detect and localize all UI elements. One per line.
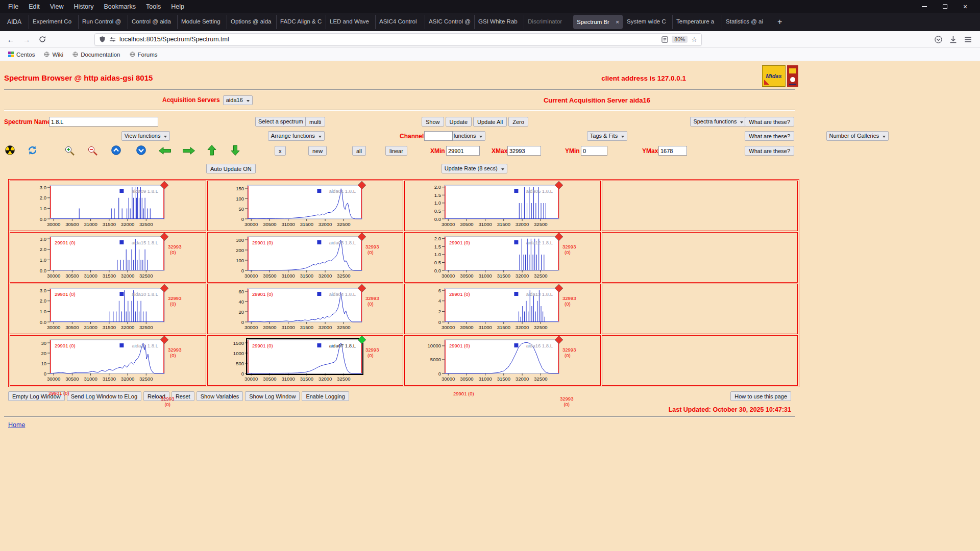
footer-reset-button[interactable]: Reset bbox=[172, 391, 194, 401]
minimize-button[interactable] bbox=[921, 3, 928, 10]
gallery-cell-2-0[interactable]: 0.01.02.03.03000030500310003150032000325… bbox=[10, 284, 206, 334]
spectrum-plot-aida09[interactable]: 0.01.02.03.03000030500310003150032000325… bbox=[11, 181, 183, 229]
footer-show-variables-button[interactable]: Show Variables bbox=[197, 391, 243, 401]
expand-galleries-icon[interactable] bbox=[111, 145, 121, 155]
gallery-cell-1-2[interactable]: 0.00.51.01.52.03000030500310003150032000… bbox=[404, 232, 601, 283]
gallery-cell-2-1[interactable]: 0204060300003050031000315003200032500aid… bbox=[207, 284, 404, 334]
tab-options-aida[interactable]: Options @ aida bbox=[227, 15, 276, 29]
arrange-functions-dropdown[interactable]: Arrange functions bbox=[268, 131, 325, 141]
tab-spectrum-br[interactable]: Spectrum Br× bbox=[573, 15, 623, 29]
arrow-up-icon[interactable] bbox=[207, 145, 216, 156]
footer-send-log-window-to-elog-button[interactable]: Send Log Window to ELog bbox=[67, 391, 141, 401]
update-all-button[interactable]: Update All bbox=[473, 117, 507, 127]
menu-help[interactable]: Help bbox=[166, 2, 189, 12]
x-button[interactable]: x bbox=[275, 146, 286, 156]
bookmark-star-icon[interactable]: ☆ bbox=[691, 36, 697, 43]
menu-tools[interactable]: Tools bbox=[141, 2, 166, 12]
menu-file[interactable]: File bbox=[3, 2, 23, 12]
spectrum-plot-aida16[interactable]: 0500010000300003050031000315003200032500… bbox=[406, 336, 577, 384]
menu-history[interactable]: History bbox=[69, 2, 99, 12]
gallery-cell-1-0[interactable]: 0.01.02.03.03000030500310003150032000325… bbox=[10, 232, 206, 283]
gallery-cell-2-2[interactable]: 0246300003050031000315003200032500aida13… bbox=[404, 284, 601, 334]
tab-run-control-[interactable]: Run Control @ bbox=[78, 15, 128, 29]
xmax-input[interactable] bbox=[507, 146, 541, 156]
tab-led-and-wave[interactable]: LED and Wave bbox=[326, 15, 375, 29]
menu-bookmarks[interactable]: Bookmarks bbox=[99, 2, 141, 12]
close-window-button[interactable]: × bbox=[962, 3, 969, 10]
zoom-in-icon[interactable] bbox=[64, 145, 75, 156]
what-are-these-button-3[interactable]: What are these? bbox=[745, 146, 794, 156]
channel-input[interactable] bbox=[424, 131, 453, 141]
spectrum-plot-aida10[interactable]: 0.01.02.03.03000030500310003150032000325… bbox=[11, 284, 183, 332]
bookmark-centos[interactable]: Centos bbox=[6, 51, 37, 59]
reload-button[interactable] bbox=[36, 33, 49, 45]
spectrum-plot-aida11[interactable]: 0102030300003050031000315003200032500aid… bbox=[11, 336, 183, 384]
menu-hamburger-icon[interactable] bbox=[964, 36, 972, 43]
gallery-cell-0-1[interactable]: 050100150300003050031000315003200032500a… bbox=[207, 181, 404, 231]
all-button[interactable]: all bbox=[352, 146, 366, 156]
tab-discriminator[interactable]: Discriminator bbox=[524, 15, 573, 29]
spectrum-plot-aida05[interactable]: 0.00.51.01.52.03000030500310003150032000… bbox=[406, 181, 577, 229]
arrow-down-icon[interactable] bbox=[231, 145, 240, 156]
update-rate-dropdown[interactable]: Update Rate (8 secs) bbox=[442, 164, 507, 173]
bookmark-documentation[interactable]: Documentation bbox=[70, 51, 122, 59]
number-of-galleries-dropdown[interactable]: Number of Galleries bbox=[826, 131, 889, 141]
menu-edit[interactable]: Edit bbox=[23, 2, 45, 12]
back-button[interactable]: ← bbox=[4, 33, 17, 45]
pocket-icon[interactable] bbox=[935, 36, 942, 43]
forward-button[interactable]: → bbox=[20, 33, 33, 45]
update-button[interactable]: Update bbox=[446, 117, 472, 127]
multi-button[interactable]: multi bbox=[305, 117, 325, 127]
gallery-cell-0-2[interactable]: 0.00.51.01.52.03000030500310003150032000… bbox=[404, 181, 601, 231]
what-are-these-button-2[interactable]: What are these? bbox=[745, 131, 794, 141]
spectrum-plot-aida03[interactable]: 0100200300300003050031000315003200032500… bbox=[209, 233, 380, 281]
url-bar[interactable]: localhost:8015/Spectrum/Spectrum.tml 80%… bbox=[94, 33, 702, 46]
bookmark-forums[interactable]: Forums bbox=[128, 51, 160, 59]
tab-system-wide-c[interactable]: System wide C bbox=[623, 15, 672, 29]
footer-enable-logging-button[interactable]: Enable Logging bbox=[302, 391, 349, 401]
spectrum-name-input[interactable] bbox=[49, 117, 158, 127]
url-text[interactable]: localhost:8015/Spectrum/Spectrum.tml bbox=[119, 36, 658, 43]
gallery-cell-0-0[interactable]: 0.01.02.03.03000030500310003150032000325… bbox=[10, 181, 206, 231]
how-to-use-button[interactable]: How to use this page bbox=[730, 391, 791, 401]
tab-module-setting[interactable]: Module Setting bbox=[177, 15, 227, 29]
tab-control-aida[interactable]: Control @ aida bbox=[128, 15, 177, 29]
spectrum-plot-aida12[interactable]: 0.00.51.01.52.03000030500310003150032000… bbox=[406, 233, 577, 281]
new-tab-button[interactable]: + bbox=[771, 17, 788, 27]
permissions-icon[interactable] bbox=[109, 36, 116, 43]
reader-mode-icon[interactable] bbox=[662, 36, 668, 43]
what-are-these-button-1[interactable]: What are these? bbox=[745, 117, 794, 127]
tab-asic4-control[interactable]: ASIC4 Control bbox=[375, 15, 425, 29]
footer-show-log-window-button[interactable]: Show Log Window bbox=[245, 391, 300, 401]
acquisition-server-select[interactable]: aida16 bbox=[223, 95, 253, 105]
download-icon[interactable] bbox=[949, 36, 957, 43]
show-button[interactable]: Show bbox=[422, 117, 444, 127]
arrow-right-icon[interactable] bbox=[183, 147, 195, 155]
shield-icon[interactable] bbox=[99, 36, 106, 43]
new-button[interactable]: new bbox=[308, 146, 327, 156]
ymin-input[interactable] bbox=[581, 146, 607, 156]
gallery-cell-3-0[interactable]: 0102030300003050031000315003200032500aid… bbox=[10, 335, 206, 386]
arrow-left-icon[interactable] bbox=[159, 147, 171, 155]
gallery-cell-3-1[interactable]: 0500100015003000030500310003150032000325… bbox=[207, 335, 404, 386]
tab-experiment-co[interactable]: Experiment Co bbox=[29, 15, 78, 29]
spectrum-plot-aida04[interactable]: 0204060300003050031000315003200032500aid… bbox=[209, 284, 380, 332]
maximize-button[interactable] bbox=[941, 3, 948, 10]
linear-button[interactable]: linear bbox=[385, 146, 407, 156]
select-spectrum-dropdown[interactable]: Select a spectrum bbox=[255, 117, 313, 127]
tab-statistics-ai[interactable]: Statistics @ ai bbox=[722, 15, 771, 29]
spectrum-plot-aida15[interactable]: 0.01.02.03.03000030500310003150032000325… bbox=[11, 233, 183, 281]
view-functions-dropdown[interactable]: View functions bbox=[121, 131, 170, 141]
spectrum-plot-aida07[interactable]: 0500100015003000030500310003150032000325… bbox=[209, 336, 380, 384]
home-link[interactable]: Home bbox=[8, 421, 25, 429]
bookmark-wiki[interactable]: Wiki bbox=[42, 51, 65, 59]
compress-galleries-icon[interactable] bbox=[136, 145, 146, 155]
gallery-cell-3-2[interactable]: 0500010000300003050031000315003200032500… bbox=[404, 335, 601, 386]
tab-gsi-white-rab[interactable]: GSI White Rab bbox=[474, 15, 524, 29]
auto-update-button[interactable]: Auto Update ON bbox=[206, 164, 256, 173]
xmin-input[interactable] bbox=[446, 146, 480, 156]
zoom-out-icon[interactable] bbox=[87, 145, 98, 156]
radiation-icon[interactable] bbox=[5, 145, 15, 155]
gallery-cell-1-1[interactable]: 0100200300300003050031000315003200032500… bbox=[207, 232, 404, 283]
tab-asic-control-[interactable]: ASIC Control @ bbox=[425, 15, 474, 29]
